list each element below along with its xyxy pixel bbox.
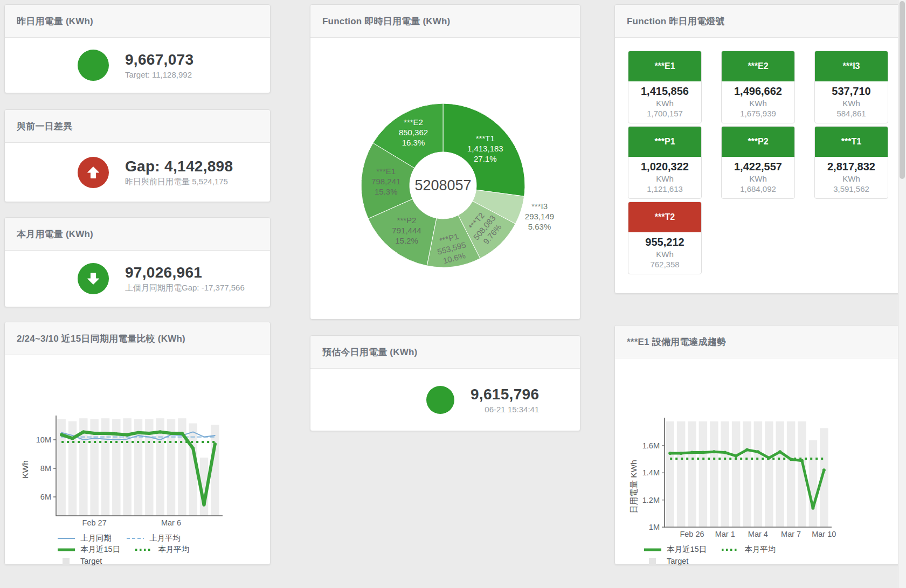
series-point[interactable]	[756, 450, 759, 453]
status-tile-P1: ***P11,020,322KWh1,121,613	[628, 126, 702, 199]
legend-label: 本月近15日	[667, 544, 707, 555]
card-header: ***E1 設備用電達成趨勢	[615, 326, 900, 358]
series-point[interactable]	[137, 431, 140, 434]
series-point[interactable]	[115, 432, 118, 435]
status-tile-E1: ***E11,415,856KWh1,700,157	[628, 51, 702, 123]
series-point[interactable]	[811, 507, 814, 510]
y-axis-title: KWh	[20, 460, 30, 479]
card-header: Function 即時日用電量 (KWh)	[310, 5, 580, 38]
target-bar[interactable]	[710, 421, 718, 527]
series-point[interactable]	[148, 432, 151, 435]
legend-swatch	[134, 546, 154, 554]
scrollbar-thumb[interactable]	[900, 1, 905, 179]
dashboard-page: 昨日用電量 (KWh) 9,667,073 Target: 11,128,992…	[0, 0, 906, 588]
series-point[interactable]	[713, 450, 716, 453]
y-tick-label: 1.2M	[642, 496, 660, 504]
series-point[interactable]	[203, 503, 206, 507]
card-header: Function 昨日用電燈號	[615, 5, 900, 38]
series-point[interactable]	[790, 458, 793, 461]
series-point[interactable]	[767, 456, 771, 460]
e1-trend-line-chart[interactable]: 1M1.2M1.4M1.6MFeb 26Mar 1Mar 4Mar 7Mar 1…	[615, 358, 900, 542]
target-bar[interactable]	[809, 440, 818, 527]
legend-item-上月同期[interactable]: 上月同期	[57, 533, 112, 543]
target-bar[interactable]	[721, 421, 729, 527]
tile-label: ***E1	[628, 51, 701, 81]
target-bar[interactable]	[211, 425, 219, 516]
legend-label: 本月平均	[158, 544, 189, 555]
tile-target-value: 762,358	[631, 260, 699, 269]
target-bar[interactable]	[776, 421, 784, 527]
svg-text:***I3293,1495.63%: ***I3293,1495.63%	[525, 202, 554, 231]
status-tile-T1: ***T12,817,832KWh3,591,562	[814, 126, 888, 199]
target-bar[interactable]	[699, 421, 708, 527]
card-header: 與前一日差異	[5, 110, 270, 143]
series-point[interactable]	[71, 437, 74, 440]
tile-value: 537,710	[817, 85, 886, 98]
x-tick-label: Mar 4	[748, 530, 768, 538]
target-bar[interactable]	[666, 421, 674, 527]
realtime-donut-chart[interactable]: ***T11,413,18327.1%***I3293,1495.63%***T…	[310, 38, 580, 319]
tile-value: 1,415,856	[631, 85, 699, 98]
tile-unit: KWh	[817, 174, 886, 183]
legend-label: 上月同期	[80, 533, 112, 543]
series-point[interactable]	[723, 451, 727, 454]
tile-unit: KWh	[631, 174, 699, 183]
legend-item-本月平均[interactable]: 本月平均	[721, 544, 776, 555]
series-point[interactable]	[701, 451, 704, 454]
series-point[interactable]	[104, 432, 107, 435]
target-bar[interactable]	[688, 421, 696, 527]
month-usage-gap: 上個月同期用電Gap: -17,377,566	[125, 283, 245, 293]
series-point[interactable]	[690, 451, 694, 454]
series-point[interactable]	[60, 433, 63, 437]
target-bar[interactable]	[743, 421, 751, 527]
target-bar[interactable]	[765, 421, 773, 527]
series-point[interactable]	[93, 432, 96, 435]
series-point[interactable]	[668, 452, 672, 455]
series-point[interactable]	[822, 468, 826, 472]
series-point[interactable]	[735, 454, 738, 458]
series-point[interactable]	[213, 442, 217, 446]
target-bar[interactable]	[677, 421, 686, 527]
series-point[interactable]	[158, 430, 162, 433]
legend-item-上月平均[interactable]: 上月平均	[126, 533, 181, 543]
target-bar[interactable]	[732, 421, 741, 527]
card-yesterday-lights: Function 昨日用電燈號 ***E11,415,856KWh1,700,1…	[614, 4, 900, 294]
vertical-scrollbar[interactable]	[898, 0, 906, 588]
status-tile-I3: ***I3537,710KWh584,861	[814, 51, 888, 123]
legend-label: 本月平均	[744, 544, 776, 555]
y-tick-label: 1M	[649, 523, 660, 531]
series-point[interactable]	[181, 432, 184, 435]
series-point[interactable]	[745, 448, 749, 452]
target-bar[interactable]	[754, 421, 763, 527]
legend-item-本月平均[interactable]: 本月平均	[134, 544, 189, 555]
series-point[interactable]	[800, 459, 804, 462]
legend-item-Target[interactable]: Target	[57, 557, 102, 565]
estimate-today-value: 9,615,796	[471, 386, 539, 403]
card-title: 2/24~3/10 近15日同期用電量比較 (KWh)	[17, 333, 185, 345]
legend-item-本月近15日[interactable]: 本月近15日	[643, 544, 707, 555]
x-tick-label: Mar 1	[715, 530, 735, 538]
compare-line-chart[interactable]: 6M8M10MFeb 27Mar 6KWh	[5, 355, 270, 530]
series-point[interactable]	[126, 433, 129, 437]
legend-item-本月近15日[interactable]: 本月近15日	[57, 544, 120, 555]
y-tick-label: 10M	[36, 435, 51, 444]
series-point[interactable]	[680, 452, 683, 455]
legend-label: Target	[667, 557, 688, 565]
series-point[interactable]	[778, 450, 781, 453]
series-point[interactable]	[170, 432, 173, 435]
month-usage-value: 97,026,961	[125, 264, 245, 281]
tile-unit: KWh	[631, 99, 699, 108]
tile-value: 1,496,662	[724, 85, 792, 98]
tile-target-value: 1,675,939	[724, 109, 792, 118]
series-point[interactable]	[82, 430, 85, 433]
legend-swatch	[721, 546, 740, 554]
legend-item-Target[interactable]: Target	[643, 557, 688, 565]
yesterday-usage-value: 9,667,073	[125, 51, 193, 68]
day-gap-value: Gap: 4,142,898	[125, 158, 233, 175]
series-point[interactable]	[191, 447, 195, 450]
target-bar[interactable]	[787, 421, 796, 527]
y-tick-label: 1.4M	[642, 468, 660, 477]
x-tick-label: Feb 26	[680, 530, 704, 538]
legend-swatch	[57, 557, 76, 565]
arrow-down-icon	[85, 271, 101, 287]
